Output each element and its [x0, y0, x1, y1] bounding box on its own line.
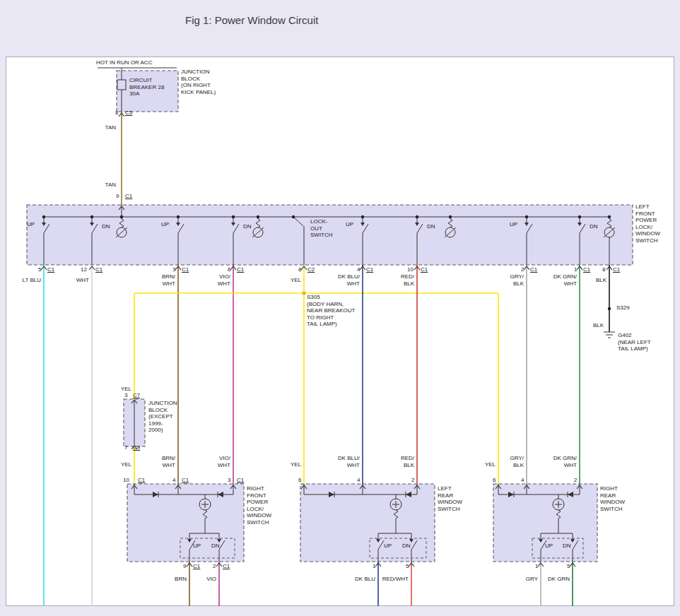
connector-label: C1 — [613, 266, 620, 273]
wire-color-label: RED/ BLK — [379, 273, 414, 287]
pin-label: 9 — [183, 563, 186, 570]
right-rear-switch-label: RIGHT REAR WINDOW SWITCH — [600, 485, 625, 512]
wire-color-label: YEL — [266, 461, 301, 468]
connector-label: C1 — [366, 266, 373, 273]
dn-label: DN — [563, 543, 571, 550]
connector-label: C7 — [133, 392, 140, 399]
wire-color-label: WHT — [54, 277, 89, 284]
left-rear-switch-outline — [300, 484, 435, 562]
wire-color-label: TAN — [81, 182, 116, 189]
wire-color-label: BRN/ WHT — [140, 455, 175, 468]
pin-label: 5 — [406, 563, 409, 570]
pin-label: 4 — [172, 477, 175, 484]
up-label: UP — [545, 543, 553, 550]
connector-label: C9 — [133, 444, 140, 451]
master-switch-label: LEFT FRONT POWER LOCK/ WINDOW SWITCH — [635, 203, 660, 244]
junction-block-mid-label: JUNCTION BLOCK (EXCEPT 1999- 2000) — [148, 400, 177, 434]
dn-label: DN — [102, 223, 110, 230]
junction-dot — [292, 215, 295, 218]
ground-g402-label: G402 (NEAR LEFT TAIL LAMP) — [618, 332, 651, 353]
pin-label: 6 — [298, 477, 301, 484]
circuit-breaker-label: CIRCUIT BREAKER 28 30A — [129, 77, 164, 97]
pin-label: 4 — [357, 477, 360, 484]
dn-label: DN — [211, 543, 220, 550]
wire-color-label: GRY — [503, 576, 538, 583]
wire-color-label: DK GRN/ WHT — [541, 455, 577, 468]
junction-dot — [449, 215, 452, 218]
wire-color-label: DK BLU/ WHT — [324, 273, 360, 287]
pin-label: 5 — [567, 563, 570, 570]
wire-color-label: GRY/ BLK — [488, 273, 524, 287]
lockout-switch-label: LOCK- OUT SWITCH — [310, 218, 333, 239]
junction-dot — [525, 215, 528, 218]
connector-label: C1 — [182, 477, 189, 484]
connector-label: C1 — [47, 266, 54, 273]
dn-label: DN — [243, 223, 252, 230]
junction-dot — [578, 215, 581, 218]
wire-color-label: BRN/ WHT — [140, 273, 175, 287]
pin-label: 1 — [574, 266, 577, 273]
pin-label: 8 — [298, 266, 301, 273]
left-rear-switch-box — [300, 484, 435, 562]
wire-color-label: YEL — [96, 461, 131, 468]
wire-color-label: RED/ BLK — [379, 455, 414, 468]
pin-label: 8 — [115, 109, 118, 117]
splice-s305-label: S305 (BODY HARN, NEAR BREAKOUT TO RIGHT … — [307, 294, 355, 328]
junction-block-top-label: JUNCTION BLOCK (ON RIGHT KICK PANEL) — [181, 69, 216, 95]
pin-label: 4 — [357, 266, 360, 273]
up-label: UP — [510, 221, 517, 228]
junction-dot — [120, 215, 123, 218]
wire-color-label: BLK — [571, 277, 606, 284]
connector-label: C1 — [125, 193, 132, 200]
hot-feed-label: HOT IN RUN OR ACC — [96, 59, 152, 66]
right-front-switch-outline — [127, 484, 244, 562]
up-label: UP — [193, 543, 201, 550]
pin-label: 9 — [116, 193, 119, 200]
pin-label: 1 — [373, 563, 375, 570]
wire-color-label: BLK — [568, 322, 604, 329]
dn-label: DN — [427, 223, 435, 230]
junction-dot — [177, 215, 180, 218]
pin-label: 2 — [521, 266, 524, 273]
wire-color-label: VIO/ WHT — [195, 455, 230, 468]
mid-junction-block — [124, 399, 145, 446]
pin-label: 8 — [602, 266, 605, 273]
up-label: UP — [384, 543, 392, 550]
up-label: UP — [27, 221, 35, 228]
left-rear-switch-label: LEFT REAR WINDOW SWITCH — [438, 485, 462, 512]
pin-label: 6 — [493, 477, 496, 484]
connector-label: C1 — [530, 266, 537, 273]
splice-s329-label: S329 — [616, 304, 630, 312]
connector-label: C1 — [193, 563, 200, 570]
pin-label: 3 — [124, 392, 127, 399]
junction-dot — [361, 215, 364, 218]
wire-color-label: DK BLU — [340, 576, 375, 583]
wire-color-label: VIO/ WHT — [195, 273, 230, 287]
pin-label: 10 — [407, 266, 414, 273]
wire-color-label: DK GRN — [534, 576, 570, 583]
junction-dot — [90, 215, 93, 218]
junction-dot — [416, 215, 418, 218]
pin-label: 2 — [574, 477, 577, 484]
pin-label: 6 — [228, 266, 230, 273]
wire-color-label: GRY/ BLK — [488, 455, 524, 468]
wire-color-label: YEL — [266, 277, 301, 284]
dn-label: DN — [402, 543, 411, 550]
connector-label: C1 — [583, 266, 590, 273]
connector-label: C1 — [237, 266, 244, 273]
up-label: UP — [161, 221, 169, 228]
wire-color-label: LT BLU — [6, 277, 41, 284]
connector-label: C1 — [182, 266, 189, 273]
connector-label: C2 — [307, 266, 315, 273]
right-front-switch-label: RIGHT FRONT POWER LOCK/ WINDOW SWITCH — [247, 485, 271, 526]
diagram-page: Fig 1: Power Window Circuit — [0, 0, 680, 616]
connector-label: C1 — [223, 563, 230, 570]
pin-label: 3 — [228, 477, 230, 484]
wire-color-label: DK BLU/ WHT — [324, 455, 360, 468]
pin-label: 2 — [213, 563, 216, 570]
pin-label: 3 — [172, 266, 175, 273]
junction-dot — [608, 215, 611, 218]
up-label: UP — [346, 221, 353, 228]
junction-dot — [257, 215, 259, 218]
pin-label: 1 — [535, 563, 538, 570]
